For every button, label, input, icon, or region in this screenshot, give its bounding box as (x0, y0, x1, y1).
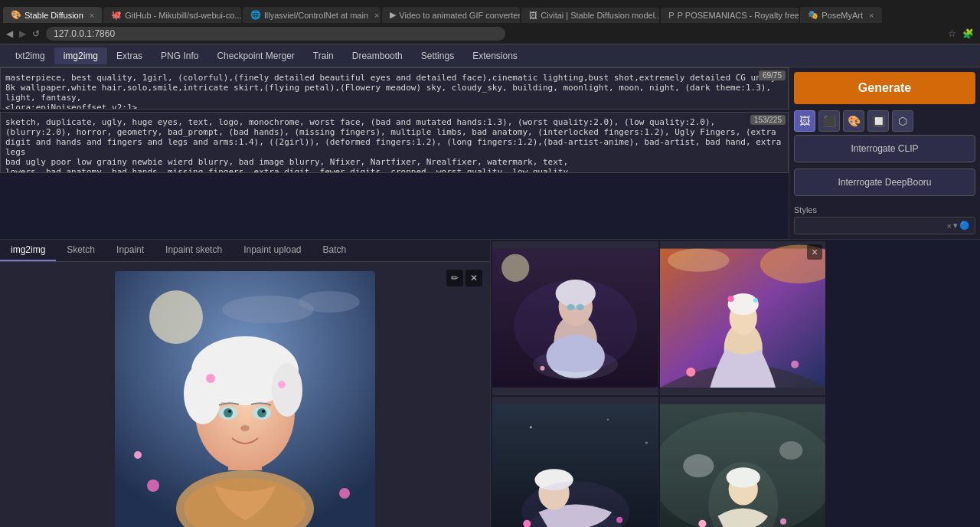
output-panel: × (490, 240, 827, 527)
nav-txt2img[interactable]: txt2img (6, 47, 54, 64)
svg-point-48 (530, 426, 532, 428)
svg-point-19 (262, 410, 265, 413)
negative-counter: 153/225 (750, 115, 786, 125)
output-image-2 (660, 241, 826, 395)
positive-prompt-wrapper: masterpiece, best quality, 1girl, (color… (0, 67, 789, 112)
positive-prompt-row: masterpiece, best quality, 1girl, (color… (0, 67, 789, 112)
image-actions: ✏ ✕ (446, 270, 482, 286)
tab-posemyart[interactable]: 🎭 PoseMyArt × (800, 7, 881, 23)
styles-section: Styles × ▾ 🔵 (794, 202, 975, 234)
nav-settings[interactable]: Settings (412, 47, 463, 64)
tab-inpaint-sketch[interactable]: Inpaint sketch (155, 240, 233, 261)
svg-point-6 (339, 488, 350, 499)
tab-inpaint-upload[interactable]: Inpaint upload (233, 240, 312, 261)
right-panel: Generate 🖼 ⬛ 🎨 🔲 ⬡ Interrogate CLIP Inte… (789, 67, 980, 239)
bookmark-icon[interactable]: ☆ (948, 28, 956, 39)
svg-point-50 (645, 441, 648, 444)
svg-point-62 (779, 440, 802, 459)
styles-clear-icon[interactable]: × (947, 221, 952, 231)
svg-point-16 (224, 408, 233, 417)
svg-point-22 (278, 381, 286, 388)
svg-point-20 (240, 425, 250, 431)
mask-style-icon[interactable]: ⬛ (818, 110, 840, 132)
styles-input[interactable]: × ▾ 🔵 (794, 217, 975, 234)
reload-icon[interactable]: ↺ (32, 28, 40, 39)
clear-image-button[interactable]: ✕ (466, 270, 482, 286)
top-area: masterpiece, best quality, 1girl, (color… (0, 67, 980, 240)
tab-posemaniacs[interactable]: P P POSEMANIACS - Royalty free 3... × (661, 8, 799, 23)
svg-point-17 (257, 408, 266, 417)
tab-batch[interactable]: Batch (312, 240, 358, 261)
svg-point-4 (147, 480, 159, 492)
prompts-column: masterpiece, best quality, 1girl, (color… (0, 67, 789, 239)
svg-point-7 (134, 451, 142, 459)
positive-counter: 69/75 (759, 70, 786, 80)
app-nav: txt2img img2img Extras PNG Info Checkpoi… (0, 44, 980, 67)
tab-pose-favicon: P (668, 11, 674, 20)
tab-stable-diffusion[interactable]: 🎨 Stable Diffusion × (3, 7, 102, 23)
address-input[interactable] (46, 27, 505, 41)
tab-gif[interactable]: ▶ Video to animated GIF converter × (382, 7, 520, 23)
nav-png-info[interactable]: PNG Info (152, 47, 207, 64)
nav-checkpoint-merger[interactable]: Checkpoint Merger (207, 47, 303, 64)
tab-controlnet[interactable]: 🌐 lllyasviel/ControlNet at main × (243, 7, 381, 23)
tab-github[interactable]: 🐙 GitHub - Mikubill/sd-webui-co... × (103, 7, 241, 23)
svg-point-39 (668, 249, 730, 272)
negative-prompt-row: sketch, duplicate, ugly, huge eyes, text… (0, 112, 789, 175)
address-bar: ◀ ▶ ↺ ☆ 🧩 (0, 23, 980, 44)
svg-point-43 (727, 296, 733, 302)
generate-button[interactable]: Generate (794, 72, 975, 104)
svg-point-44 (753, 298, 757, 303)
svg-point-21 (206, 374, 215, 383)
tab-cn-favicon: 🌐 (250, 10, 261, 20)
svg-point-36 (514, 280, 637, 372)
nav-img2img[interactable]: img2img (54, 47, 107, 64)
tab-gif-favicon: ▶ (390, 10, 396, 20)
tab-civitai[interactable]: 🖼 Civitai | Stable Diffusion model... × (521, 8, 659, 23)
tab-civitai-favicon: 🖼 (529, 11, 537, 20)
svg-point-46 (791, 361, 799, 368)
negative-prompt-wrapper: sketch, duplicate, ugly, huge eyes, text… (0, 112, 789, 175)
img2img-style-icon[interactable]: 🖼 (794, 110, 815, 132)
nav-extensions[interactable]: Extensions (463, 47, 527, 64)
svg-point-66 (698, 519, 706, 527)
tab-close-icon[interactable]: × (869, 11, 874, 20)
output-image-3 (492, 397, 658, 528)
depth-style-icon[interactable]: 🔲 (867, 110, 889, 132)
browser-tabs: 🎨 Stable Diffusion × 🐙 GitHub - Mikubill… (0, 0, 980, 23)
tab-close-icon[interactable]: × (374, 11, 379, 20)
color-style-icon[interactable]: 🎨 (843, 110, 864, 132)
nav-train[interactable]: Train (304, 47, 343, 64)
svg-point-3 (299, 291, 360, 313)
close-output-button[interactable]: × (807, 244, 822, 260)
tab-github-favicon: 🐙 (111, 10, 122, 20)
tab-posemyart-favicon: 🎭 (808, 10, 818, 20)
negative-prompt-input[interactable]: sketch, duplicate, ugly, huge eyes, text… (0, 112, 789, 173)
interrogate-clip-button[interactable]: Interrogate CLIP (794, 135, 975, 162)
img2img-tab-bar: img2img Sketch Inpaint Inpaint sketch In… (0, 240, 490, 262)
forward-icon[interactable]: ▶ (19, 28, 26, 39)
extensions-icon[interactable]: 🧩 (962, 28, 974, 39)
svg-point-1 (149, 290, 203, 344)
svg-point-61 (683, 454, 714, 477)
nav-extras[interactable]: Extras (107, 47, 152, 64)
styles-dropdown-icon[interactable]: ▾ (953, 221, 958, 231)
back-icon[interactable]: ◀ (6, 28, 13, 39)
middle-section: img2img Sketch Inpaint Inpaint sketch In… (0, 240, 980, 527)
tab-sketch[interactable]: Sketch (56, 240, 106, 261)
extra-style-icon[interactable]: ⬡ (892, 110, 913, 132)
tab-inpaint[interactable]: Inpaint (106, 240, 155, 261)
image-upload-area[interactable]: ✏ ✕ (0, 262, 490, 527)
positive-prompt-input[interactable]: masterpiece, best quality, 1girl, (color… (0, 67, 789, 110)
output-image-4 (660, 397, 826, 528)
tab-close-icon[interactable]: × (90, 11, 94, 20)
tab-img2img[interactable]: img2img (0, 240, 56, 261)
tab-favicon: 🎨 (11, 10, 21, 20)
nav-dreambooth[interactable]: Dreambooth (343, 47, 412, 64)
styles-add-icon[interactable]: 🔵 (959, 221, 970, 231)
svg-point-12 (184, 363, 222, 424)
style-icon-row: 🖼 ⬛ 🎨 🔲 ⬡ (794, 110, 975, 132)
styles-label: Styles (794, 205, 975, 214)
interrogate-deepbooru-button[interactable]: Interrogate DeepBooru (794, 169, 975, 196)
edit-image-button[interactable]: ✏ (446, 270, 463, 286)
